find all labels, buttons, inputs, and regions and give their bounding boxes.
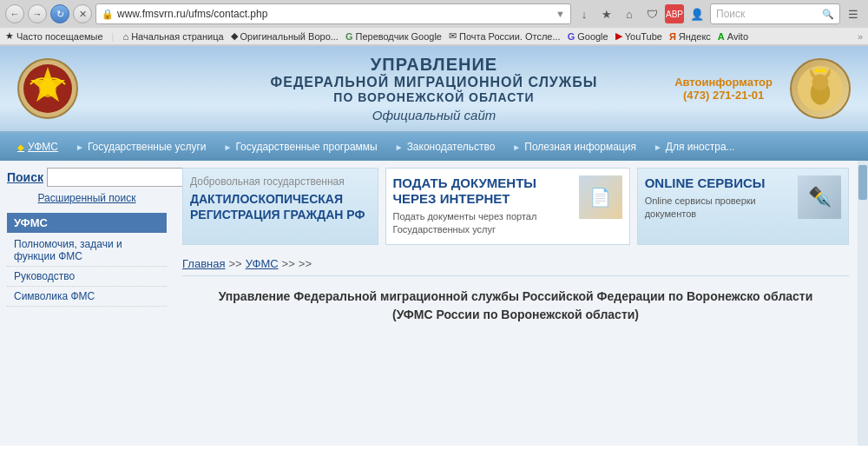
promo-card-online[interactable]: ONLINE СЕРВИСЫ Online сервисы проверки д… <box>637 168 849 245</box>
back-button[interactable]: ← <box>5 4 24 23</box>
separator: | <box>112 31 115 42</box>
promo-docs-image: 📄 <box>579 175 622 219</box>
home-icon[interactable]: ⌂ <box>620 4 639 23</box>
more-bookmarks[interactable]: » <box>858 31 863 42</box>
main-area: Поиск 🔍 Расширенный поиск УФМС Полномочи… <box>0 161 868 446</box>
sidebar-link-2[interactable]: Символика ФМС <box>7 287 167 307</box>
svg-point-2 <box>39 80 56 97</box>
nav-arrow3-icon: ► <box>395 142 404 152</box>
promo-card-dactylo[interactable]: Добровольная государственная ДАКТИЛОСКОП… <box>182 168 378 245</box>
breadcrumb-sep2: >> <box>282 257 295 270</box>
nav-item-ufms[interactable]: ◆ УФМС <box>9 133 67 161</box>
nav-item-services[interactable]: ► Государственные услуги <box>67 133 214 161</box>
website: УПРАВЛЕНИЕ ФЕДЕРАЛЬНОЙ МИГРАЦИОННОЙ СЛУЖ… <box>0 46 868 446</box>
autoinform-phone: (473) 271-21-01 <box>674 89 773 102</box>
breadcrumb-sep3: >> <box>299 257 312 270</box>
menu-icon[interactable]: ☰ <box>844 4 863 23</box>
mail-icon: ✉ <box>449 30 457 42</box>
promo-docs-title: ПОДАТЬ ДОКУМЕНТЫ ЧЕРЕЗ ИНТЕРНЕТ <box>393 175 574 207</box>
nav-item-law[interactable]: ► Законодательство <box>386 133 504 161</box>
nav-item-programs[interactable]: ► Государственные программы <box>215 133 386 161</box>
breadcrumb-ufms[interactable]: УФМС <box>246 257 279 270</box>
advanced-search-link[interactable]: Расширенный поиск <box>7 192 167 204</box>
header-title-line1: УПРАВЛЕНИЕ <box>271 55 598 75</box>
scrollbar[interactable] <box>858 161 868 446</box>
download-icon[interactable]: ↓ <box>575 4 594 23</box>
shield-icon[interactable]: 🛡 <box>642 4 661 23</box>
scroll-thumb[interactable] <box>858 165 867 200</box>
left-sidebar: Поиск 🔍 Расширенный поиск УФМС Полномочи… <box>0 161 174 446</box>
promo-docs-desc: Подать документы через портал Государств… <box>393 210 574 237</box>
promo-online-inner: ONLINE СЕРВИСЫ Online сервисы проверки д… <box>645 175 841 222</box>
region-logo <box>790 58 851 119</box>
person-icon[interactable]: 👤 <box>687 4 707 23</box>
address-bar[interactable]: 🔒 www.fmsvrn.ru/ufms/contact.php ▼ <box>95 3 571 24</box>
promo-dactylo-title: ДАКТИЛОСКОПИЧЕСКАЯ РЕГИСТРАЦИЯ ГРАЖДАН Р… <box>190 191 371 222</box>
breadcrumb-sep1: >> <box>228 257 241 270</box>
address-text: www.fmsvrn.ru/ufms/contact.php <box>117 8 552 20</box>
pen-icon: ✒️ <box>808 186 832 208</box>
bookmark-pochta[interactable]: ✉ Почта России. Отсле... <box>449 30 561 42</box>
page-title: Управление Федеральной миграционной служ… <box>182 288 849 306</box>
promo-docs-text: ПОДАТЬ ДОКУМЕНТЫ ЧЕРЕЗ ИНТЕРНЕТ Подать д… <box>393 175 574 237</box>
sidebar-link-0[interactable]: Полномочия, задачи и функции ФМС <box>7 235 167 267</box>
bookmark-frequent[interactable]: ★ Часто посещаемые <box>5 30 103 42</box>
home-bm-icon: ⌂ <box>122 31 128 42</box>
header-title-line2: ФЕДЕРАЛЬНОЙ МИГРАЦИОННОЙ СЛУЖБЫ <box>271 75 598 90</box>
search-form: Поиск 🔍 <box>7 168 167 187</box>
promo-online-text: ONLINE СЕРВИСЫ Online сервисы проверки д… <box>645 175 792 222</box>
ssl-icon: 🔒 <box>102 9 114 20</box>
site-header: УПРАВЛЕНИЕ ФЕДЕРАЛЬНОЙ МИГРАЦИОННОЙ СЛУЖ… <box>0 46 868 133</box>
stop-button[interactable]: ✕ <box>73 4 92 23</box>
promo-pretitle: Добровольная государственная <box>190 175 371 188</box>
sidebar-link-1[interactable]: Руководство <box>7 267 167 287</box>
fms-logo <box>17 58 78 119</box>
diamond-icon: ◆ <box>231 30 238 42</box>
bookmark-yandex[interactable]: Я Яндекс <box>669 31 711 42</box>
forward-button[interactable]: → <box>28 4 47 23</box>
nav-item-foreign[interactable]: ► Для иностра... <box>645 133 744 161</box>
promo-card-docs[interactable]: ПОДАТЬ ДОКУМЕНТЫ ЧЕРЕЗ ИНТЕРНЕТ Подать д… <box>385 168 630 245</box>
search-placeholder: Поиск <box>716 8 822 20</box>
right-logo <box>790 58 851 119</box>
nav-bar: ◆ УФМС ► Государственные услуги ► Госуда… <box>0 133 868 161</box>
breadcrumb-home[interactable]: Главная <box>182 257 225 270</box>
promo-online-image: ✒️ <box>798 175 841 219</box>
autoinform-block: Автоинформатор (473) 271-21-01 <box>674 76 773 102</box>
google-icon: G <box>345 31 353 42</box>
search-bar[interactable]: Поиск 🔍 <box>710 3 840 24</box>
promo-cards: Добровольная государственная ДАКТИЛОСКОП… <box>182 168 849 245</box>
bookmark-avito[interactable]: A Avito <box>718 31 748 42</box>
sidebar-section-title: УФМС <box>7 213 167 233</box>
bookmark-google[interactable]: G Google <box>568 31 608 42</box>
promo-online-title: ONLINE СЕРВИСЫ <box>645 175 792 191</box>
adblock-icon[interactable]: ABP <box>665 4 684 23</box>
document-icon: 📄 <box>589 187 611 208</box>
autoinform-label: Автоинформатор <box>674 76 773 89</box>
nav-arrow2-icon: ► <box>224 142 233 152</box>
page-title2: (УФМС России по Воронежской области) <box>182 307 849 324</box>
bookmark-home[interactable]: ⌂ Начальная страница <box>122 31 223 42</box>
nav-diamond-icon: ◆ <box>17 142 24 152</box>
promo-docs-inner: ПОДАТЬ ДОКУМЕНТЫ ЧЕРЕЗ ИНТЕРНЕТ Подать д… <box>393 175 622 237</box>
bookmark-star-icon[interactable]: ★ <box>597 4 616 23</box>
promo-online-desc: Online сервисы проверки документов <box>645 195 792 222</box>
star-icon: ★ <box>5 30 14 42</box>
nav-arrow-icon: ► <box>76 142 84 152</box>
search-label[interactable]: Поиск <box>7 170 43 184</box>
breadcrumb: Главная >> УФМС >> >> <box>182 252 849 276</box>
browser-chrome: ← → ↻ ✕ 🔒 www.fmsvrn.ru/ufms/contact.php… <box>0 0 868 46</box>
bookmarks-bar: ★ Часто посещаемые | ⌂ Начальная страниц… <box>0 28 868 45</box>
bookmark-original[interactable]: ◆ Оригинальный Воро... <box>231 30 339 42</box>
bookmark-youtube[interactable]: ▶ YouTube <box>615 30 662 42</box>
browser-toolbar: ← → ↻ ✕ 🔒 www.fmsvrn.ru/ufms/contact.php… <box>0 0 868 28</box>
dropdown-icon: ▼ <box>556 9 565 19</box>
page-title-text: Управление Федеральной миграционной служ… <box>219 289 813 303</box>
google2-icon: G <box>568 31 575 42</box>
youtube-icon: ▶ <box>615 30 622 42</box>
refresh-button[interactable]: ↻ <box>50 4 69 23</box>
yandex-icon: Я <box>669 31 676 42</box>
nav-item-info[interactable]: ► Полезная информация <box>503 133 645 161</box>
bookmark-translate[interactable]: G Переводчик Google <box>345 31 442 42</box>
nav-arrow4-icon: ► <box>512 142 521 152</box>
